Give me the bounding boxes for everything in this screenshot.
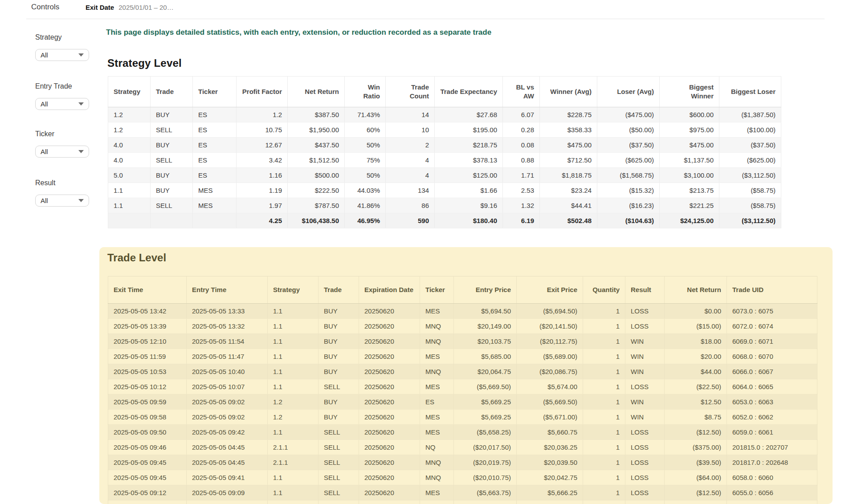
column-header: Trade — [318, 276, 359, 304]
table-cell: 44.03% — [345, 183, 386, 198]
totals-cell: 4.25 — [237, 213, 288, 228]
table-cell: ($5,694.50) — [517, 304, 583, 319]
table-cell: $5,685.00 — [454, 349, 517, 364]
table-cell: 2025-05-05 11:54 — [187, 334, 268, 349]
table-cell: MNQ — [420, 334, 454, 349]
entry-trade-dropdown[interactable]: All — [35, 98, 89, 110]
table-cell: $20,042.75 — [517, 470, 583, 485]
table-cell: SELL — [318, 485, 359, 500]
table-cell: 86 — [386, 198, 435, 213]
table-cell: 201817.0 : 202648 — [727, 455, 817, 470]
table-cell: 134 — [386, 183, 435, 198]
exit-date-control[interactable]: Exit Date2025/01/01 – 20… — [86, 4, 174, 11]
table-cell: 20250620 — [359, 500, 420, 504]
table-cell: 2.1.1 — [268, 440, 318, 455]
table-cell: $20,064.75 — [454, 364, 517, 379]
column-header: Trade UID — [727, 276, 817, 304]
table-cell: ($12.50) — [665, 485, 727, 500]
totals-cell — [108, 213, 151, 228]
table-cell: $5,694.50 — [454, 304, 517, 319]
table-row: 1.2BUYES1.2$387.5071.43%14$27.686.07$228… — [108, 107, 781, 122]
table-cell: 1.2 — [108, 107, 151, 122]
table-cell: 1.1 — [268, 425, 318, 440]
table-cell: 2025-05-05 09:42 — [187, 425, 268, 440]
table-cell: 50% — [345, 138, 386, 153]
exit-date-value: 2025/01/01 – 20… — [118, 4, 173, 11]
table-cell: $975.00 — [660, 122, 719, 138]
table-cell: ($375.00) — [665, 440, 727, 455]
column-header: Loser (Avg) — [597, 77, 660, 107]
table-cell: ES — [193, 153, 237, 168]
table-cell: ($5,663.75) — [454, 485, 517, 500]
table-row: 2025-05-05 09:582025-05-05 09:021.2BUY20… — [108, 410, 817, 425]
table-cell: 1 — [583, 425, 625, 440]
table-cell: 2025-05-05 10:40 — [187, 364, 268, 379]
table-cell: 6073.0 : 6075 — [727, 304, 817, 319]
table-cell: 2025-05-05 13:33 — [187, 304, 268, 319]
totals-cell: $502.48 — [540, 213, 597, 228]
totals-cell: 590 — [386, 213, 435, 228]
table-cell: ($23.50) — [665, 500, 727, 504]
table-cell: ($58.75) — [719, 183, 781, 198]
table-cell: WIN — [625, 364, 665, 379]
table-cell: 6072.0 : 6074 — [727, 319, 817, 334]
ticker-dropdown[interactable]: All — [35, 146, 89, 158]
table-cell: 6054.0 : 6057 — [727, 500, 817, 504]
table-cell: 20250620 — [359, 455, 420, 470]
table-cell: 201815.0 : 202707 — [727, 440, 817, 455]
totals-cell: ($104.63) — [597, 213, 660, 228]
table-cell: ES — [420, 394, 454, 410]
table-cell: 71.43% — [345, 107, 386, 122]
result-dropdown[interactable]: All — [35, 195, 89, 207]
table-cell: 20250620 — [359, 410, 420, 425]
table-cell: LOSS — [625, 425, 665, 440]
table-cell: BUY — [318, 349, 359, 364]
table-cell: 1.1 — [268, 319, 318, 334]
table-cell: ($5,658.25) — [454, 425, 517, 440]
table-cell: 2025-05-05 09:59 — [108, 394, 187, 410]
table-cell: 0.08 — [503, 138, 540, 153]
table-row: 2025-05-05 13:392025-05-05 13:321.1BUY20… — [108, 319, 817, 334]
header-row: StrategyTradeTickerProfit FactorNet Retu… — [108, 77, 781, 107]
table-cell: $125.00 — [435, 168, 503, 183]
table-cell: ($20,017.50) — [454, 440, 517, 455]
table-cell: $5,666.25 — [517, 485, 583, 500]
table-cell: SELL — [151, 153, 193, 168]
table-cell: WIN — [625, 410, 665, 425]
column-header: Result — [625, 276, 665, 304]
table-cell: $44.00 — [665, 364, 727, 379]
table-cell: $20,103.75 — [454, 334, 517, 349]
table-cell: $20,149.00 — [454, 319, 517, 334]
table-cell: 20250620 — [359, 440, 420, 455]
table-cell: 6053.0 : 6063 — [727, 394, 817, 410]
table-cell: BUY — [318, 364, 359, 379]
table-cell: ($625.00) — [719, 153, 781, 168]
table-cell: BUY — [151, 168, 193, 183]
trade-level-title: Trade Level — [107, 252, 166, 264]
table-cell: MES — [193, 198, 237, 213]
table-cell: 1 — [583, 319, 625, 334]
table-cell: MES — [420, 410, 454, 425]
table-cell: MES — [420, 425, 454, 440]
table-cell: 1.97 — [237, 198, 288, 213]
table-cell: 0.88 — [503, 153, 540, 168]
strategy-dropdown[interactable]: All — [35, 49, 89, 61]
table-cell: $787.50 — [288, 198, 345, 213]
table-cell: ($5,669.50) — [517, 394, 583, 410]
table-cell: SELL — [151, 198, 193, 213]
table-row: 2025-05-05 09:462025-05-05 04:452.1.1SEL… — [108, 440, 817, 455]
table-cell: LOSS — [625, 379, 665, 394]
table-cell: BUY — [318, 394, 359, 410]
table-cell: ($58.75) — [719, 198, 781, 213]
table-cell: 1 — [583, 455, 625, 470]
table-cell: 1 — [583, 334, 625, 349]
table-cell: 2025-05-05 09:45 — [108, 455, 187, 470]
table-row: 2025-05-05 09:452025-05-05 04:452.1.1SEL… — [108, 455, 817, 470]
table-cell: 1.1 — [108, 183, 151, 198]
table-cell: 6055.0 : 6056 — [727, 485, 817, 500]
table-cell: 1.1 — [268, 304, 318, 319]
table-cell: $500.00 — [288, 168, 345, 183]
filter-label: Entry Trade — [35, 82, 98, 90]
column-header: Entry Time — [187, 276, 268, 304]
table-cell: 1 — [583, 379, 625, 394]
